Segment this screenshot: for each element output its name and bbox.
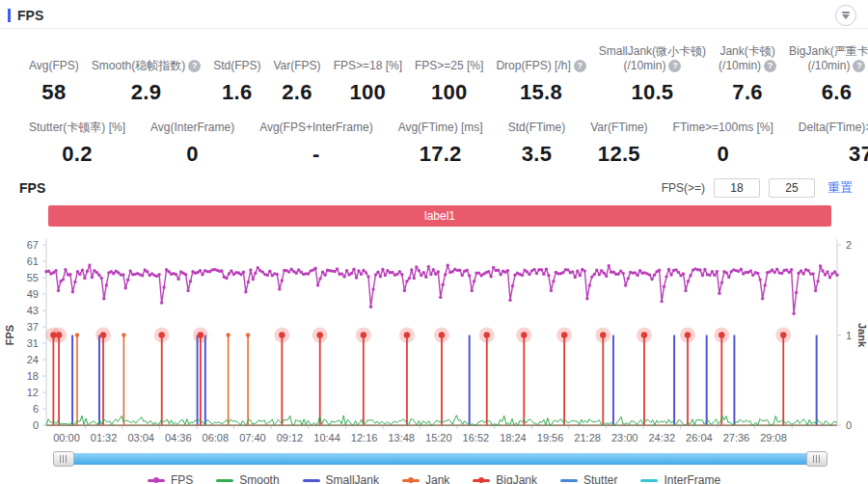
series-fps-point <box>307 272 310 275</box>
series-fps-point <box>605 275 608 278</box>
series-fps-point <box>73 281 76 283</box>
y-right-tick-label: 2 <box>846 239 852 251</box>
grip-icon <box>813 455 821 463</box>
series-fps-point <box>336 267 339 270</box>
metric-label-text: Delta(FTime)>100ms [/h] <box>799 121 868 134</box>
legend-label: BigJank <box>496 473 537 484</box>
series-fps-point <box>574 276 577 279</box>
series-fps-point <box>579 274 582 277</box>
x-tick-label: 10:44 <box>313 432 340 444</box>
metric-label-text: (/10min) <box>807 59 850 72</box>
series-fps-point <box>88 263 91 266</box>
series-jank-marker <box>122 333 125 336</box>
metric-label-text: Avg(FTime) [ms] <box>398 121 483 134</box>
legend-item-fps[interactable]: FPS <box>148 473 193 484</box>
legend-item-jank[interactable]: Jank <box>402 473 449 484</box>
series-fps-point <box>71 290 74 293</box>
series-fps-point <box>323 274 326 277</box>
series-fps-point <box>242 271 245 274</box>
series-fps-point <box>391 271 393 274</box>
series-fps-point <box>648 273 651 276</box>
legend-item-smooth[interactable]: Smooth <box>216 473 279 484</box>
series-fps-point <box>819 264 822 267</box>
series-fps-point <box>764 283 767 286</box>
help-icon[interactable]: ? <box>764 60 776 72</box>
series-fps-point <box>528 273 530 276</box>
series-fps-point <box>571 270 574 273</box>
series-fps-point <box>771 268 773 271</box>
fps-threshold-label: FPS(>=) <box>662 181 705 195</box>
chart-legend: FPSSmoothSmallJankJankBigJankStutterInte… <box>0 473 868 484</box>
metric-var-ftime-: Var(FTime)12.5 <box>590 121 647 167</box>
series-bigjank-marker <box>279 332 285 337</box>
range-track[interactable] <box>71 453 809 465</box>
metric-avg-fps-interframe-: Avg(FPS+InterFrame)- <box>259 121 372 167</box>
legend-item-stutter[interactable]: Stutter <box>560 473 617 484</box>
series-fps-point <box>300 271 303 274</box>
series-fps-point <box>506 269 509 272</box>
series-fps-point <box>162 285 165 288</box>
series-fps-point <box>76 270 79 273</box>
series-fps-point <box>281 279 284 282</box>
series-fps-point <box>381 268 384 271</box>
series-fps-point <box>160 301 163 304</box>
help-icon[interactable]: ? <box>668 60 681 72</box>
fps-threshold-input-1[interactable] <box>714 178 760 198</box>
series-fps-point <box>473 280 475 282</box>
series-bigjank-marker <box>484 332 490 337</box>
chart-annotation-banner[interactable]: label1 <box>48 205 831 227</box>
metric-label: BigJank(严重卡顿)(/10min)? <box>789 44 868 73</box>
metric-label: Var(FPS) <box>274 59 321 73</box>
metric-label: Avg(FPS) <box>29 59 79 73</box>
legend-item-interframe[interactable]: InterFrame <box>640 473 720 484</box>
metric-value: 6.6 <box>822 80 852 105</box>
legend-item-smalljank[interactable]: SmallJank <box>303 473 379 484</box>
series-fps-point <box>545 268 548 271</box>
help-icon[interactable]: ? <box>188 60 201 72</box>
series-bigjank-marker <box>317 332 323 337</box>
legend-label: Stutter <box>583 473 617 484</box>
reset-link[interactable]: 重置 <box>827 179 853 197</box>
series-fps-point <box>801 272 804 275</box>
metric-drop-fps-h-: Drop(FPS) [/h]?15.8 <box>496 59 585 105</box>
collapse-panel-button[interactable] <box>835 5 856 26</box>
series-fps-point <box>122 273 124 276</box>
series-fps-point <box>585 297 588 300</box>
grip-icon <box>60 455 68 463</box>
series-fps-point <box>91 276 94 279</box>
series-fps-point <box>405 280 408 282</box>
series-fps-point <box>313 267 316 270</box>
legend-swatch-bigjank <box>473 479 490 482</box>
series-fps-point <box>677 271 680 274</box>
help-icon[interactable]: ? <box>853 60 865 72</box>
series-fps-point <box>141 274 144 277</box>
series-fps-point <box>552 280 555 282</box>
series-fps-point <box>576 269 579 272</box>
metrics-row-2: Stutter(卡顿率) [%]0.2Avg(InterFrame)0Avg(F… <box>0 105 868 167</box>
series-fps-point <box>157 273 160 276</box>
fps-line-chart[interactable]: 061218243137434955616701200:0001:3203:04… <box>0 237 868 447</box>
fps-threshold-input-2[interactable] <box>769 178 815 198</box>
series-fps-point <box>824 273 827 276</box>
y-left-axis-title: FPS <box>4 325 15 345</box>
series-fps-point <box>369 306 372 309</box>
metric-value: 100 <box>350 80 387 105</box>
series-fps-point <box>638 269 641 272</box>
x-tick-label: 21:28 <box>574 432 601 444</box>
metric-bigjank-: BigJank(严重卡顿)(/10min)?6.6 <box>789 44 868 105</box>
series-fps-point <box>189 280 192 282</box>
series-fps-point <box>660 300 663 303</box>
metric-label-text: Avg(FPS) <box>29 59 79 72</box>
metric-label: Avg(FTime) [ms] <box>398 121 483 135</box>
x-tick-label: 12:16 <box>351 432 378 444</box>
series-bigjank-marker <box>361 332 366 337</box>
range-handle-right[interactable] <box>806 451 827 467</box>
series-bigjank-marker <box>56 332 62 337</box>
series-fps-point <box>547 274 550 277</box>
series-bigjank-marker <box>561 332 567 337</box>
help-icon[interactable]: ? <box>574 60 586 72</box>
range-handle-left[interactable] <box>53 451 74 467</box>
legend-swatch-smalljank <box>303 479 320 482</box>
metric-label-text: Avg(FPS+InterFrame) <box>259 121 372 134</box>
legend-item-bigjank[interactable]: BigJank <box>473 473 537 484</box>
